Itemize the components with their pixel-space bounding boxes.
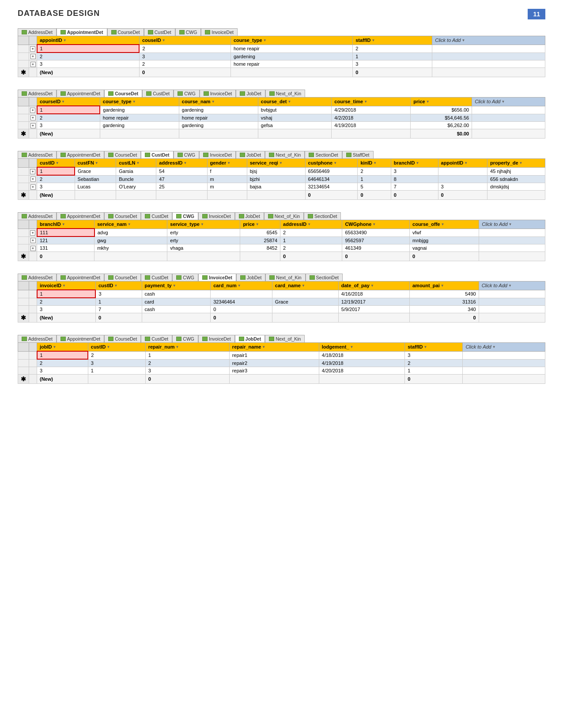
tab-cwg[interactable]: CWG	[175, 28, 201, 36]
expand-button[interactable]: +	[30, 62, 36, 67]
tab-next-of-kin[interactable]: Next_of_Kin	[264, 212, 304, 220]
col-filter-arrow-icon[interactable]: ▼	[288, 100, 291, 104]
tab-addressdet[interactable]: AddressDet	[18, 90, 57, 97]
table-row[interactable]: +32home repair3	[18, 60, 545, 68]
tab-invoicedet[interactable]: InvoiceDet	[198, 335, 235, 342]
col-filter-arrow-icon[interactable]: ▼	[426, 100, 430, 104]
row-expand-ctrl[interactable]: +	[29, 60, 37, 68]
row-expand-ctrl[interactable]: +	[29, 175, 37, 183]
col-filter-arrow-icon[interactable]: ▼	[416, 161, 419, 165]
col-filter-arrow-icon[interactable]: ▼	[371, 38, 375, 42]
tab-cwg[interactable]: CWG	[172, 274, 198, 281]
tab-custdet[interactable]: CustDet	[141, 151, 173, 158]
col-filter-arrow-icon[interactable]: ▼	[441, 284, 444, 288]
tab-addressdet[interactable]: AddressDet	[18, 28, 57, 36]
row-selector[interactable]	[18, 114, 29, 122]
tab-next-of-kin[interactable]: Next_of_Kin	[265, 151, 305, 158]
tab-addressdet[interactable]: AddressDet	[18, 151, 57, 158]
col-filter-arrow-icon[interactable]: ▼	[62, 222, 65, 226]
row-selector[interactable]	[18, 122, 29, 129]
col-filter-arrow-icon[interactable]: ▼	[132, 100, 136, 104]
tab-appointmentdet[interactable]: AppointmentDet	[57, 151, 104, 158]
row-selector[interactable]	[18, 229, 29, 236]
tab-next-of-kin[interactable]: Next_of_Kin	[265, 335, 305, 342]
tab-invoicedet[interactable]: InvoiceDet	[198, 212, 235, 220]
row-selector[interactable]	[18, 290, 29, 298]
tab-jobdet[interactable]: JobDet	[236, 151, 265, 158]
tab-jobdet[interactable]: JobDet	[235, 212, 264, 220]
expand-button[interactable]: +	[30, 238, 36, 243]
tab-addressdet[interactable]: AddressDet	[18, 274, 57, 281]
tab-cwg[interactable]: CWG	[172, 335, 198, 342]
row-selector[interactable]	[18, 236, 29, 244]
tab-appointmentdet[interactable]: AppointmentDet	[57, 212, 104, 220]
row-selector[interactable]	[18, 183, 29, 191]
row-selector[interactable]	[18, 175, 29, 183]
row-expand-ctrl[interactable]: +	[29, 53, 37, 60]
row-expand-ctrl[interactable]: +	[29, 167, 37, 175]
col-header-click-to-add[interactable]: Click to Add ▼	[463, 343, 545, 352]
row-expand-ctrl[interactable]: +	[29, 183, 37, 191]
table-row[interactable]: 13cash4/16/20185490	[18, 290, 545, 298]
col-filter-arrow-icon[interactable]: ▼	[162, 38, 166, 42]
col-filter-arrow-icon[interactable]: ▼	[173, 284, 176, 288]
col-filter-arrow-icon[interactable]: ▼	[441, 222, 444, 226]
table-row[interactable]: 121repair14/18/20183	[18, 351, 545, 359]
tab-coursedet[interactable]: CourseDet	[107, 28, 144, 36]
tab-coursedet[interactable]: CourseDet	[104, 90, 142, 97]
tab-custdet[interactable]: CustDet	[141, 335, 172, 342]
col-filter-arrow-icon[interactable]: ▼	[53, 345, 57, 349]
row-selector[interactable]	[18, 298, 29, 306]
col-filter-arrow-icon[interactable]: ▼	[176, 345, 179, 349]
col-filter-arrow-icon[interactable]: ▼	[256, 222, 259, 226]
row-expand-ctrl[interactable]: +	[29, 244, 37, 252]
table-row[interactable]: +23gardening1	[18, 53, 545, 60]
row-selector[interactable]	[18, 45, 29, 53]
tab-custdet[interactable]: CustDet	[144, 28, 175, 36]
tab-coursedet[interactable]: CourseDet	[104, 212, 141, 220]
col-filter-arrow-icon[interactable]: ▼	[128, 222, 131, 226]
tab-invoicedet[interactable]: InvoiceDet	[198, 274, 236, 281]
row-selector[interactable]	[18, 359, 29, 367]
table-row[interactable]: +121gwgerty2587419562597mnbjgg	[18, 236, 545, 244]
row-expand-ctrl[interactable]	[29, 367, 37, 375]
row-selector[interactable]	[18, 244, 29, 252]
tab-cwg[interactable]: CWG	[174, 151, 200, 158]
row-expand-ctrl[interactable]	[29, 298, 37, 306]
row-expand-ctrl[interactable]	[29, 351, 37, 359]
table-row[interactable]: +111advgerty6545265633490vfwf	[18, 229, 545, 236]
table-row[interactable]: +2home repairhome repairvshaj4/2/2018$54…	[18, 114, 545, 122]
tab-coursedet[interactable]: CourseDet	[104, 151, 141, 158]
col-filter-arrow-icon[interactable]: ▼	[238, 284, 241, 288]
table-row[interactable]: +1gardeninggardeningbvbjgut4/29/2018$656…	[18, 106, 545, 114]
col-filter-arrow-icon[interactable]: ▼	[307, 222, 311, 226]
col-filter-arrow-icon[interactable]: ▼	[56, 161, 59, 165]
col-header-click-to-add[interactable]: Click to Add ▼	[479, 281, 545, 290]
table-row[interactable]: 313repair34/20/20181	[18, 367, 545, 375]
col-header-click-to-add[interactable]: Click to Add ▼	[432, 36, 545, 45]
table-row[interactable]: 232repair24/19/20182	[18, 359, 545, 367]
col-filter-arrow-icon[interactable]: ▼	[263, 38, 267, 42]
col-filter-arrow-icon[interactable]: ▼	[200, 222, 204, 226]
tab-cwg[interactable]: CWG	[174, 90, 200, 97]
table-row[interactable]: 21card32346464Grace12/19/201731316	[18, 298, 545, 306]
table-row[interactable]: 37cash05/9/2017340	[18, 306, 545, 313]
col-filter-arrow-icon[interactable]: ▼	[350, 345, 354, 349]
row-selector[interactable]	[18, 60, 29, 68]
row-expand-ctrl[interactable]: +	[29, 114, 37, 122]
col-header-click-to-add[interactable]: Click to Add ▼	[479, 220, 545, 229]
row-selector[interactable]	[18, 351, 29, 359]
row-selector[interactable]	[18, 167, 29, 175]
tab-jobdet[interactable]: JobDet	[236, 90, 265, 97]
tab-custdet[interactable]: CustDet	[142, 90, 174, 97]
table-row[interactable]: +1GraceGarsia54fbjsj656564692345 njhajhj	[18, 167, 545, 175]
tab-cwg[interactable]: CWG	[172, 212, 198, 220]
expand-button[interactable]: +	[30, 115, 36, 120]
col-filter-arrow-icon[interactable]: ▼	[106, 345, 110, 349]
col-filter-arrow-icon[interactable]: ▼	[519, 161, 523, 165]
col-filter-arrow-icon[interactable]: ▼	[114, 284, 118, 288]
table-row[interactable]: +3gardeninggardeninggefsa4/19/2018$6,262…	[18, 122, 545, 129]
col-filter-arrow-icon[interactable]: ▼	[279, 161, 283, 165]
tab-custdet[interactable]: CustDet	[141, 212, 172, 220]
row-selector[interactable]	[18, 53, 29, 60]
